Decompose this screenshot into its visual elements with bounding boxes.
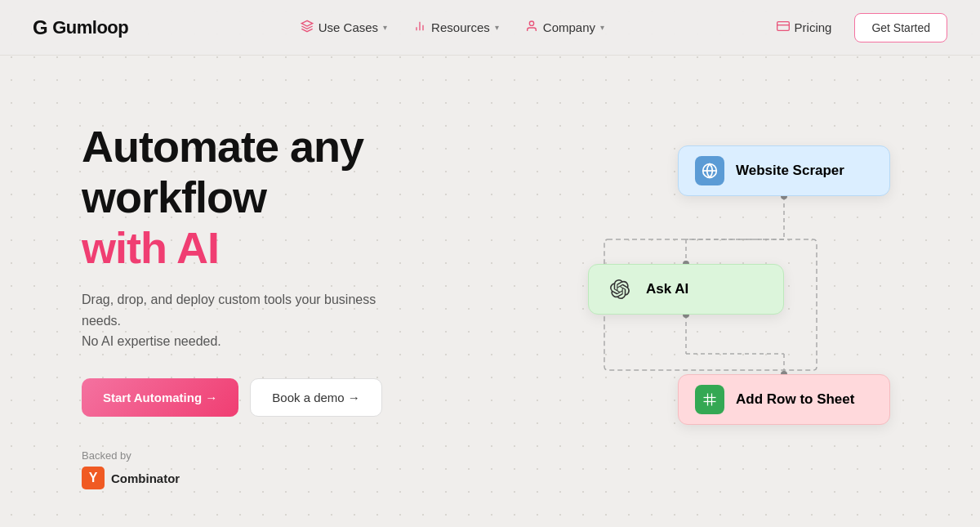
add-row-label: Add Row to Sheet xyxy=(736,391,854,408)
book-demo-button[interactable]: Book a demo → xyxy=(250,378,382,417)
get-started-button[interactable]: Get Started xyxy=(854,13,947,42)
openai-icon xyxy=(605,275,635,304)
subtitle-line2: No AI expertise needed. xyxy=(82,334,221,348)
nav-company[interactable]: Company ▾ xyxy=(525,20,604,36)
logo-g-letter: G xyxy=(33,16,47,39)
logo[interactable]: G Gumloop xyxy=(33,16,128,39)
nav-resources[interactable]: Resources ▾ xyxy=(413,20,499,36)
layers-icon xyxy=(301,20,314,36)
yc-name: Combinator xyxy=(111,471,180,485)
globe-icon xyxy=(695,156,724,185)
card-icon xyxy=(777,20,790,35)
hero-subtitle: Drag, drop, and deploy custom tools your… xyxy=(82,289,392,352)
ask-ai-node[interactable]: Ask AI xyxy=(588,264,784,315)
hero-title-line1: Automate any xyxy=(82,121,490,172)
person-icon xyxy=(525,20,538,36)
hero-title-line2: workflow xyxy=(82,172,490,222)
resources-label: Resources xyxy=(431,20,490,34)
yc-badge: Y Combinator xyxy=(82,467,490,489)
sheets-icon xyxy=(695,385,724,414)
use-cases-label: Use Cases xyxy=(318,20,378,34)
subtitle-line1: Drag, drop, and deploy custom tools your… xyxy=(82,293,376,328)
navbar: G Gumloop Use Cases ▾ xyxy=(0,0,980,56)
svg-rect-5 xyxy=(777,22,789,31)
website-scraper-node[interactable]: Website Scraper xyxy=(678,145,890,196)
svg-marker-0 xyxy=(301,20,312,26)
logo-text: Gumloop xyxy=(52,17,128,38)
svg-point-4 xyxy=(529,21,533,25)
nav-center: Use Cases ▾ Resources ▾ Company xyxy=(301,20,604,36)
website-scraper-label: Website Scraper xyxy=(736,163,844,179)
svg-rect-20 xyxy=(704,394,716,406)
get-started-label: Get Started xyxy=(871,21,930,34)
yc-logo-icon: Y xyxy=(82,467,105,489)
start-automating-button[interactable]: Start Automating → xyxy=(82,378,238,417)
company-chevron: ▾ xyxy=(600,23,604,32)
company-label: Company xyxy=(543,20,595,34)
main-content: Automate any workflow with AI Drag, drop… xyxy=(0,56,980,527)
nav-use-cases[interactable]: Use Cases ▾ xyxy=(301,20,387,36)
use-cases-chevron: ▾ xyxy=(383,23,387,32)
nav-right: Pricing Get Started xyxy=(777,13,947,42)
workflow-diagram: Website Scraper Ask AI Add xyxy=(506,105,898,513)
backed-by-section: Backed by Y Combinator xyxy=(82,449,490,489)
add-row-node[interactable]: Add Row to Sheet xyxy=(678,374,890,425)
start-automating-label: Start Automating → xyxy=(103,391,217,404)
hero-section: Automate any workflow with AI Drag, drop… xyxy=(82,105,490,489)
ask-ai-label: Ask AI xyxy=(646,281,688,297)
hero-buttons: Start Automating → Book a demo → xyxy=(82,378,490,417)
bar-chart-icon xyxy=(413,20,426,36)
pricing-label: Pricing xyxy=(795,20,832,34)
hero-title-pink: with AI xyxy=(82,222,490,273)
backed-label: Backed by xyxy=(82,449,490,462)
nav-pricing[interactable]: Pricing xyxy=(777,20,832,35)
resources-chevron: ▾ xyxy=(495,23,499,32)
book-demo-label: Book a demo → xyxy=(272,391,360,404)
